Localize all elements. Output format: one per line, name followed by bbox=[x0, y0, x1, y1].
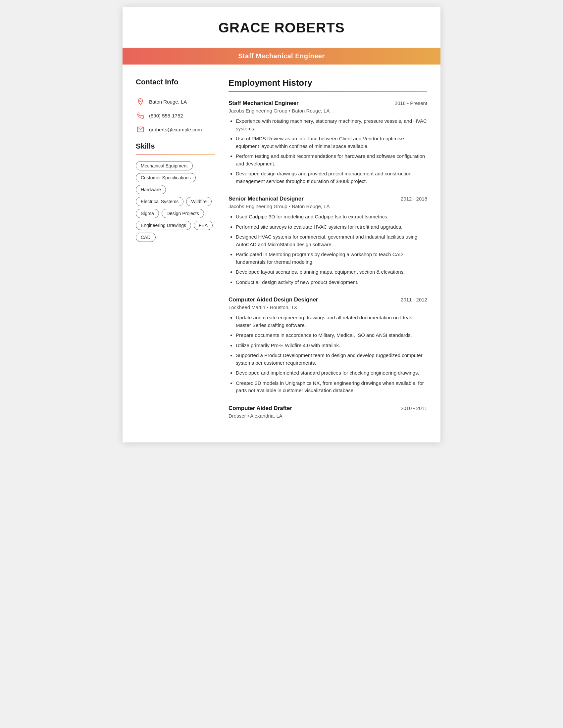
job-title: Senior Mechanical Designer bbox=[228, 196, 304, 202]
job-dates: 2018 - Present bbox=[395, 100, 427, 106]
job-bullets-list: Experience with rotating machinery, stat… bbox=[228, 117, 427, 185]
employment-section-title: Employment History bbox=[228, 78, 427, 88]
job-bullet-item: Performed site surveys to evaluate HVAC … bbox=[236, 223, 427, 231]
body-content: Contact Info Baton Rouge, LA (890) bbox=[122, 65, 441, 442]
skills-divider bbox=[136, 154, 215, 155]
job-bullet-item: Perform testing and submit recommendatio… bbox=[236, 153, 427, 167]
phone-text: (890) 555-1752 bbox=[149, 113, 183, 118]
skill-tag: Customer Specifications bbox=[136, 173, 196, 182]
contact-email: groberts@example.com bbox=[136, 125, 215, 134]
job-header: Senior Mechanical Designer2012 - 2018 bbox=[228, 196, 427, 202]
job-company: Jacobs Engineering Group • Baton Rouge, … bbox=[228, 108, 427, 114]
job-header: Computer Aided Drafter2010 - 2011 bbox=[228, 405, 427, 412]
job-bullet-item: Designed HVAC systems for commercial, go… bbox=[236, 233, 427, 248]
job-title: Computer Aided Design Designer bbox=[228, 296, 318, 303]
skill-tag: Mechanical Equipment bbox=[136, 161, 193, 170]
candidate-name: GRACE ROBERTS bbox=[122, 20, 441, 36]
resume-page: GRACE ROBERTS Staff Mechanical Engineer … bbox=[122, 7, 441, 442]
title-bar: Staff Mechanical Engineer bbox=[122, 48, 441, 65]
job-bullet-item: Experience with rotating machinery, stat… bbox=[236, 117, 427, 132]
job-bullet-item: Update and create engineering drawings a… bbox=[236, 314, 427, 329]
job-bullet-item: Prepare documents in accordance to Milit… bbox=[236, 332, 427, 339]
contact-divider bbox=[136, 90, 215, 90]
job-entry: Computer Aided Drafter2010 - 2011Dresser… bbox=[228, 405, 427, 419]
jobs-container: Staff Mechanical Engineer2018 - PresentJ… bbox=[228, 100, 427, 419]
skill-tag: Sigma bbox=[136, 209, 159, 218]
location-text: Baton Rouge, LA bbox=[149, 99, 187, 105]
job-dates: 2010 - 2011 bbox=[401, 405, 427, 411]
job-bullet-item: Conduct all design activity of new produ… bbox=[236, 279, 427, 286]
job-header: Computer Aided Design Designer2011 - 201… bbox=[228, 296, 427, 303]
job-header: Staff Mechanical Engineer2018 - Present bbox=[228, 100, 427, 107]
main-content: Employment History Staff Mechanical Engi… bbox=[228, 78, 427, 429]
job-bullet-item: Used Cadpipe 3D for modeling and Cadpipe… bbox=[236, 213, 427, 221]
skill-tag: CAD bbox=[136, 233, 156, 242]
resume-header: GRACE ROBERTS bbox=[122, 7, 441, 42]
email-icon bbox=[136, 125, 145, 134]
job-title: Computer Aided Drafter bbox=[228, 405, 292, 412]
job-dates: 2012 - 2018 bbox=[401, 196, 427, 202]
job-bullets-list: Update and create engineering drawings a… bbox=[228, 314, 427, 394]
skills-section-title: Skills bbox=[136, 142, 215, 151]
job-bullet-item: Supported a Product Development team to … bbox=[236, 352, 427, 367]
job-company: Lockheed Martin • Houston, TX bbox=[228, 304, 427, 310]
skill-tag: FEA bbox=[194, 221, 212, 230]
skill-tag: Electrical Systems bbox=[136, 197, 183, 206]
location-icon bbox=[136, 97, 145, 106]
contact-phone: (890) 555-1752 bbox=[136, 111, 215, 120]
job-bullet-item: Utilize primarily Pro-E Wildfire 4.0 wit… bbox=[236, 342, 427, 349]
skills-container: Mechanical EquipmentCustomer Specificati… bbox=[136, 161, 215, 242]
phone-icon bbox=[136, 111, 145, 120]
contact-section-title: Contact Info bbox=[136, 78, 215, 86]
job-dates: 2011 - 2012 bbox=[401, 297, 427, 302]
job-bullets-list: Used Cadpipe 3D for modeling and Cadpipe… bbox=[228, 213, 427, 286]
job-title: Staff Mechanical Engineer bbox=[228, 100, 299, 107]
sidebar: Contact Info Baton Rouge, LA (890) bbox=[136, 78, 215, 429]
job-bullet-item: Developed layout scenarios, planning map… bbox=[236, 268, 427, 276]
candidate-title: Staff Mechanical Engineer bbox=[238, 52, 325, 60]
job-bullet-item: Participated in Mentoring programs by de… bbox=[236, 251, 427, 266]
job-bullet-item: Developed and implemented standard pract… bbox=[236, 369, 427, 377]
job-entry: Staff Mechanical Engineer2018 - PresentJ… bbox=[228, 100, 427, 185]
job-bullet-item: Use of PMDS Review as an interface betwe… bbox=[236, 135, 427, 150]
skill-tag: Design Projects bbox=[162, 209, 204, 218]
svg-point-0 bbox=[140, 100, 141, 102]
job-company: Dresser • Alexandria, LA bbox=[228, 413, 427, 419]
job-company: Jacobs Engineering Group • Baton Rouge, … bbox=[228, 204, 427, 209]
skill-tag: Engineering Drawings bbox=[136, 221, 191, 230]
contact-location: Baton Rouge, LA bbox=[136, 97, 215, 106]
email-text: groberts@example.com bbox=[149, 127, 202, 132]
job-bullet-item: Developed design drawings and provided p… bbox=[236, 170, 427, 185]
job-entry: Senior Mechanical Designer2012 - 2018Jac… bbox=[228, 196, 427, 286]
job-bullet-item: Created 3D models in Unigraphics NX, fro… bbox=[236, 380, 427, 394]
employment-divider bbox=[228, 91, 427, 92]
job-entry: Computer Aided Design Designer2011 - 201… bbox=[228, 296, 427, 394]
skill-tag: Wildfire bbox=[186, 197, 211, 206]
skill-tag: Hardware bbox=[136, 185, 166, 194]
